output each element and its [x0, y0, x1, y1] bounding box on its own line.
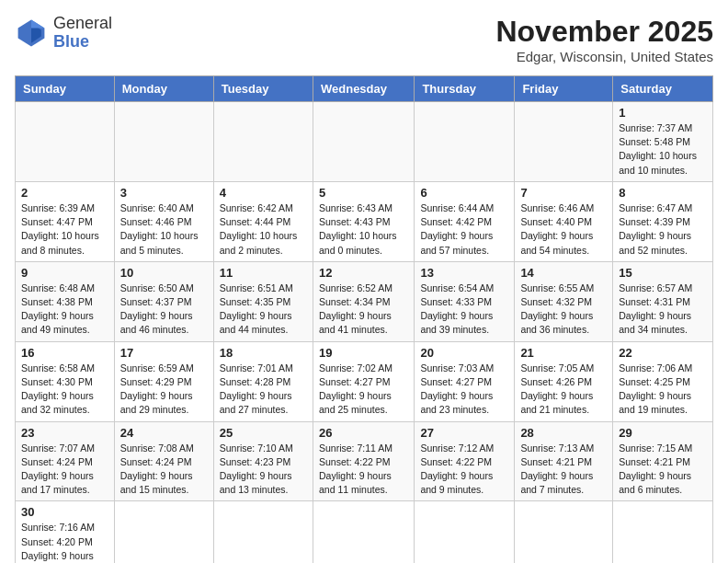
- calendar-cell: 11Sunrise: 6:51 AM Sunset: 4:35 PM Dayli…: [213, 261, 313, 341]
- calendar-cell: [114, 501, 213, 563]
- day-number: 20: [420, 346, 508, 360]
- calendar-cell: 21Sunrise: 7:05 AM Sunset: 4:26 PM Dayli…: [515, 341, 613, 421]
- calendar-cell: 25Sunrise: 7:10 AM Sunset: 4:23 PM Dayli…: [213, 421, 313, 501]
- calendar-cell: [16, 102, 115, 182]
- calendar-cell: [515, 102, 613, 182]
- calendar-cell: 28Sunrise: 7:13 AM Sunset: 4:21 PM Dayli…: [515, 421, 613, 501]
- day-number: 12: [319, 266, 408, 280]
- calendar-cell: 14Sunrise: 6:55 AM Sunset: 4:32 PM Dayli…: [515, 261, 613, 341]
- day-number: 15: [619, 266, 707, 280]
- day-info: Sunrise: 6:58 AM Sunset: 4:30 PM Dayligh…: [21, 362, 108, 418]
- day-info: Sunrise: 6:39 AM Sunset: 4:47 PM Dayligh…: [21, 201, 108, 258]
- day-number: 7: [520, 186, 607, 200]
- day-info: Sunrise: 6:59 AM Sunset: 4:29 PM Dayligh…: [120, 362, 208, 418]
- logo: General Blue: [15, 15, 112, 52]
- day-number: 29: [619, 426, 707, 440]
- weekday-header-row: SundayMondayTuesdayWednesdayThursdayFrid…: [16, 76, 713, 102]
- weekday-header-friday: Friday: [515, 76, 613, 102]
- day-number: 9: [21, 266, 108, 280]
- weekday-header-saturday: Saturday: [613, 76, 713, 102]
- calendar-cell: [213, 501, 313, 563]
- day-info: Sunrise: 7:10 AM Sunset: 4:23 PM Dayligh…: [220, 442, 307, 498]
- calendar-cell: 20Sunrise: 7:03 AM Sunset: 4:27 PM Dayli…: [415, 341, 515, 421]
- day-info: Sunrise: 6:44 AM Sunset: 4:42 PM Dayligh…: [420, 201, 508, 258]
- day-info: Sunrise: 7:02 AM Sunset: 4:27 PM Dayligh…: [319, 362, 408, 418]
- calendar-cell: [114, 102, 213, 182]
- calendar-cell: 29Sunrise: 7:15 AM Sunset: 4:21 PM Dayli…: [613, 421, 713, 501]
- day-info: Sunrise: 6:46 AM Sunset: 4:40 PM Dayligh…: [520, 201, 607, 258]
- calendar-cell: 12Sunrise: 6:52 AM Sunset: 4:34 PM Dayli…: [313, 261, 414, 341]
- day-number: 25: [220, 426, 307, 440]
- weekday-header-monday: Monday: [114, 76, 213, 102]
- calendar-cell: [313, 501, 414, 563]
- calendar-cell: 10Sunrise: 6:50 AM Sunset: 4:37 PM Dayli…: [114, 261, 213, 341]
- calendar-week-row: 2Sunrise: 6:39 AM Sunset: 4:47 PM Daylig…: [16, 181, 713, 261]
- calendar-cell: 23Sunrise: 7:07 AM Sunset: 4:24 PM Dayli…: [16, 421, 115, 501]
- logo-line1: General: [53, 15, 112, 33]
- calendar-cell: 13Sunrise: 6:54 AM Sunset: 4:33 PM Dayli…: [415, 261, 515, 341]
- calendar-table: SundayMondayTuesdayWednesdayThursdayFrid…: [15, 75, 713, 563]
- day-number: 28: [520, 426, 607, 440]
- day-info: Sunrise: 7:11 AM Sunset: 4:22 PM Dayligh…: [319, 442, 408, 498]
- day-number: 6: [420, 186, 508, 200]
- calendar-title-area: November 2025 Edgar, Wisconsin, United S…: [495, 15, 713, 64]
- calendar-cell: 24Sunrise: 7:08 AM Sunset: 4:24 PM Dayli…: [114, 421, 213, 501]
- day-info: Sunrise: 6:43 AM Sunset: 4:43 PM Dayligh…: [319, 201, 408, 258]
- calendar-cell: [415, 501, 515, 563]
- calendar-cell: 8Sunrise: 6:47 AM Sunset: 4:39 PM Daylig…: [613, 181, 713, 261]
- day-number: 1: [619, 106, 707, 120]
- month-title: November 2025: [495, 15, 713, 49]
- day-number: 13: [420, 266, 508, 280]
- day-number: 10: [120, 266, 208, 280]
- day-info: Sunrise: 7:06 AM Sunset: 4:25 PM Dayligh…: [619, 362, 707, 418]
- calendar-week-row: 16Sunrise: 6:58 AM Sunset: 4:30 PM Dayli…: [16, 341, 713, 421]
- day-number: 17: [120, 346, 208, 360]
- logo-text: General Blue: [53, 15, 112, 52]
- day-info: Sunrise: 7:13 AM Sunset: 4:21 PM Dayligh…: [520, 442, 607, 498]
- day-number: 5: [319, 186, 408, 200]
- calendar-week-row: 1Sunrise: 7:37 AM Sunset: 5:48 PM Daylig…: [16, 102, 713, 182]
- day-number: 3: [120, 186, 208, 200]
- day-number: 24: [120, 426, 208, 440]
- calendar-cell: 26Sunrise: 7:11 AM Sunset: 4:22 PM Dayli…: [313, 421, 414, 501]
- calendar-cell: 15Sunrise: 6:57 AM Sunset: 4:31 PM Dayli…: [613, 261, 713, 341]
- day-number: 26: [319, 426, 408, 440]
- page-header: General Blue November 2025 Edgar, Wiscon…: [15, 15, 713, 64]
- calendar-cell: 4Sunrise: 6:42 AM Sunset: 4:44 PM Daylig…: [213, 181, 313, 261]
- weekday-header-thursday: Thursday: [415, 76, 515, 102]
- location-title: Edgar, Wisconsin, United States: [495, 49, 713, 64]
- day-number: 27: [420, 426, 508, 440]
- calendar-cell: [313, 102, 414, 182]
- day-info: Sunrise: 7:07 AM Sunset: 4:24 PM Dayligh…: [21, 442, 108, 498]
- calendar-cell: [415, 102, 515, 182]
- calendar-cell: 7Sunrise: 6:46 AM Sunset: 4:40 PM Daylig…: [515, 181, 613, 261]
- calendar-cell: 27Sunrise: 7:12 AM Sunset: 4:22 PM Dayli…: [415, 421, 515, 501]
- calendar-cell: 18Sunrise: 7:01 AM Sunset: 4:28 PM Dayli…: [213, 341, 313, 421]
- day-number: 16: [21, 346, 108, 360]
- calendar-cell: [515, 501, 613, 563]
- day-number: 8: [619, 186, 707, 200]
- day-number: 18: [220, 346, 307, 360]
- day-number: 2: [21, 186, 108, 200]
- calendar-cell: 30Sunrise: 7:16 AM Sunset: 4:20 PM Dayli…: [16, 501, 115, 563]
- day-info: Sunrise: 7:05 AM Sunset: 4:26 PM Dayligh…: [520, 362, 607, 418]
- calendar-cell: 9Sunrise: 6:48 AM Sunset: 4:38 PM Daylig…: [16, 261, 115, 341]
- calendar-cell: 3Sunrise: 6:40 AM Sunset: 4:46 PM Daylig…: [114, 181, 213, 261]
- day-info: Sunrise: 6:54 AM Sunset: 4:33 PM Dayligh…: [420, 282, 508, 338]
- general-blue-logo-icon: [15, 17, 48, 50]
- day-number: 4: [220, 186, 307, 200]
- day-info: Sunrise: 7:37 AM Sunset: 5:48 PM Dayligh…: [619, 121, 707, 178]
- calendar-week-row: 9Sunrise: 6:48 AM Sunset: 4:38 PM Daylig…: [16, 261, 713, 341]
- weekday-header-wednesday: Wednesday: [313, 76, 414, 102]
- calendar-cell: 5Sunrise: 6:43 AM Sunset: 4:43 PM Daylig…: [313, 181, 414, 261]
- day-info: Sunrise: 6:50 AM Sunset: 4:37 PM Dayligh…: [120, 282, 208, 338]
- day-number: 23: [21, 426, 108, 440]
- calendar-cell: 2Sunrise: 6:39 AM Sunset: 4:47 PM Daylig…: [16, 181, 115, 261]
- day-number: 30: [21, 505, 108, 519]
- day-number: 19: [319, 346, 408, 360]
- day-number: 11: [220, 266, 307, 280]
- day-info: Sunrise: 6:55 AM Sunset: 4:32 PM Dayligh…: [520, 282, 607, 338]
- calendar-cell: [213, 102, 313, 182]
- day-info: Sunrise: 7:03 AM Sunset: 4:27 PM Dayligh…: [420, 362, 508, 418]
- weekday-header-tuesday: Tuesday: [213, 76, 313, 102]
